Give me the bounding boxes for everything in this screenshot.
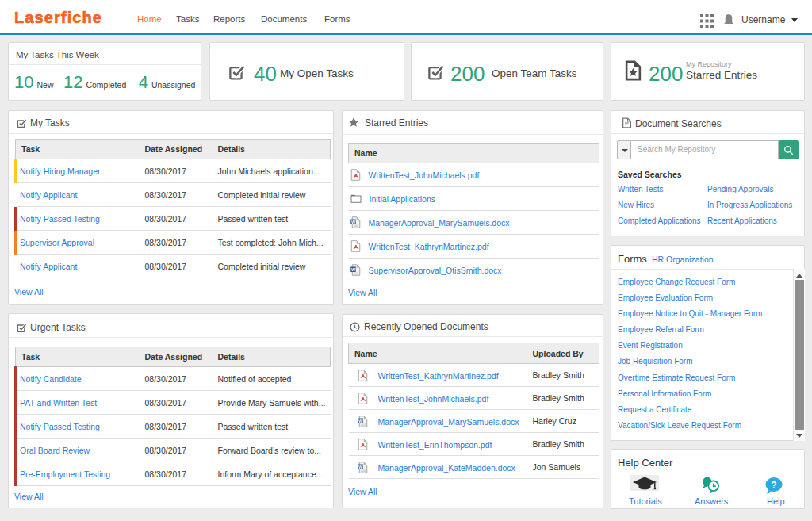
svg-text:W: W [350,220,355,224]
svg-text:W: W [358,418,362,423]
svg-text:?: ? [771,480,776,491]
svg-text:W: W [350,267,355,272]
svg-text:W: W [358,464,362,469]
